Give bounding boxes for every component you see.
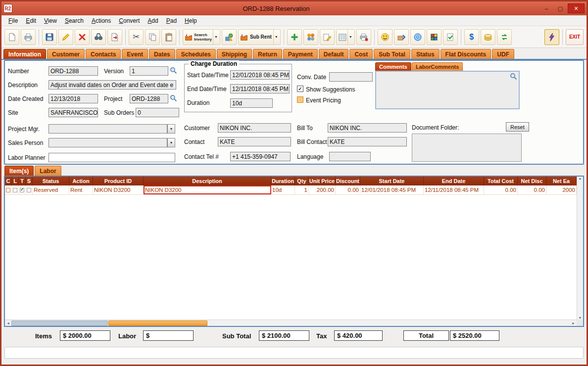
copy-button[interactable] [145,29,160,45]
vertical-scrollbar[interactable]: ▲ ▼ [577,177,583,320]
col-header-duration[interactable]: Duration [271,177,295,185]
col-header-end-date[interactable]: End Date [424,177,484,185]
exit-button[interactable]: EXIT [566,29,584,45]
col-header-total-cost[interactable]: Total Cost [484,177,518,185]
end-date-field[interactable]: 12/11/2018 08:45 PM [230,84,290,93]
sub-orders-field[interactable]: 0 [136,108,179,117]
edit-button[interactable] [58,29,73,45]
row-net-disc[interactable]: 0.00 [518,185,546,194]
duration-field[interactable]: 10d [230,98,273,108]
row-checkbox-s[interactable] [26,185,33,194]
row-action[interactable]: Rent [69,185,93,194]
event-pricing-checkbox[interactable] [297,96,303,103]
scroll-up-icon[interactable]: ▲ [579,177,582,180]
add-button[interactable] [287,29,302,45]
scroll-track[interactable] [11,320,570,326]
search-icon[interactable] [170,67,177,76]
money-button[interactable] [481,29,495,45]
row-status[interactable]: Reserved [33,185,69,194]
search-icon[interactable] [170,94,177,104]
site-field[interactable]: SANFRANCISCO [49,108,98,117]
comments-textarea[interactable] [375,71,520,109]
scroll-segment[interactable] [11,320,108,326]
edit-note-button[interactable] [320,29,335,45]
col-header-qty[interactable]: Qty [295,177,309,185]
menu-actions[interactable]: Actions [88,16,115,25]
close-button[interactable]: ✕ [568,3,585,13]
row-checkbox-l[interactable] [12,185,19,194]
tab-items[interactable]: Item(s) [4,166,34,176]
new-button[interactable] [4,29,19,45]
project-mgr-field[interactable] [49,124,167,134]
disk-button[interactable] [410,29,425,45]
menu-help[interactable]: Help [181,16,201,25]
scroll-left-icon[interactable]: ◄ [5,320,11,326]
sales-person-field[interactable] [49,138,167,147]
show-suggestions-checkbox[interactable]: ✓ [297,86,303,92]
col-header-product-id[interactable]: Product ID [93,177,144,185]
contact-field[interactable]: KATE [218,137,291,146]
contact-tel-field[interactable]: +1 415-359-0947 [230,152,291,161]
tab-sub-total[interactable]: Sub Total [374,49,410,59]
search-inventory-button[interactable]: Search Inventory ▼ [183,29,220,45]
items-total-field[interactable]: $ 2000.00 [60,330,110,341]
scroll-thumb[interactable] [108,320,207,326]
menu-view[interactable]: View [40,16,61,25]
tab-labor-comments[interactable]: LaborComments [412,62,463,71]
tab-comments[interactable]: Comments [375,62,411,71]
sub-rent-button[interactable]: Sub Rent ▼ [238,29,281,45]
col-header-action[interactable]: Action [69,177,93,185]
tab-event[interactable]: Event [122,49,148,59]
tab-return[interactable]: Return [253,49,282,59]
labor-planner-field[interactable] [49,153,175,162]
conv-date-field[interactable] [329,72,373,82]
tab-labor[interactable]: Labor [35,166,61,176]
row-product-id[interactable]: NIKON D3200 [93,185,144,194]
col-header-description[interactable]: Description [144,177,271,185]
tab-contacts[interactable]: Contacts [86,49,121,59]
row-end-date[interactable]: 12/11/2018 08:45 PM [424,185,484,194]
row-net-ea[interactable]: 2000 [546,185,577,194]
row-checkbox-c[interactable] [5,185,12,194]
tab-status[interactable]: Status [411,49,440,59]
document-folder-box[interactable] [412,134,522,162]
row-unit-price[interactable]: 200.00 [309,185,336,194]
shapes-button[interactable] [222,29,237,45]
col-header-status[interactable]: Status [33,177,69,185]
description-field[interactable]: Adjust invalid dates on Order and Event … [49,80,176,90]
horizontal-scrollbar[interactable]: ◄ ► [5,320,577,326]
transfer-button[interactable] [497,29,512,45]
menu-file[interactable]: File [4,16,22,25]
col-header-start-date[interactable]: Start Date [360,177,424,185]
labor-total-field[interactable]: $ [143,330,194,341]
project-field[interactable]: ORD-1288 [130,94,168,103]
col-header-net-disc[interactable]: Net Disc [518,177,546,185]
date-created-field[interactable]: 12/13/2018 [49,94,98,103]
bill-contact-field[interactable]: KATE [328,137,407,146]
reset-button[interactable]: Reset [506,122,529,132]
smiley-button[interactable] [378,29,392,45]
menu-pad[interactable]: Pad [162,16,181,25]
row-checkbox-t[interactable]: ✓ [19,185,26,194]
scroll-down-icon[interactable]: ▼ [579,316,582,320]
chevron-down-icon[interactable]: ▼ [347,30,353,45]
customer-field[interactable]: NIKON INC. [218,123,291,133]
start-date-field[interactable]: 12/01/2018 08:45 PM [230,70,290,80]
col-header-discount[interactable]: Discount [336,177,360,185]
menu-convert[interactable]: Convert [115,16,144,25]
tab-dates[interactable]: Dates [149,49,175,59]
price-button[interactable]: $ [464,29,479,45]
cube-button[interactable] [427,29,441,45]
search-icon[interactable] [510,73,517,82]
tab-customer[interactable]: Customer [47,49,85,59]
sales-person-dropdown[interactable]: ▼ [167,138,175,147]
version-field[interactable]: 1 [130,66,168,76]
menu-edit[interactable]: Edit [22,16,40,25]
flash-button[interactable] [544,29,559,45]
chevron-down-icon[interactable]: ▼ [213,30,219,45]
col-header-s[interactable]: S [26,177,33,185]
total-field[interactable]: $ 2520.00 [450,330,499,341]
row-start-date[interactable]: 12/01/2018 08:45 PM [360,185,424,194]
print-button[interactable] [21,29,36,45]
table-row[interactable]: ✓ Reserved Rent NIKON D3200 NIKON D3200 … [5,185,577,195]
